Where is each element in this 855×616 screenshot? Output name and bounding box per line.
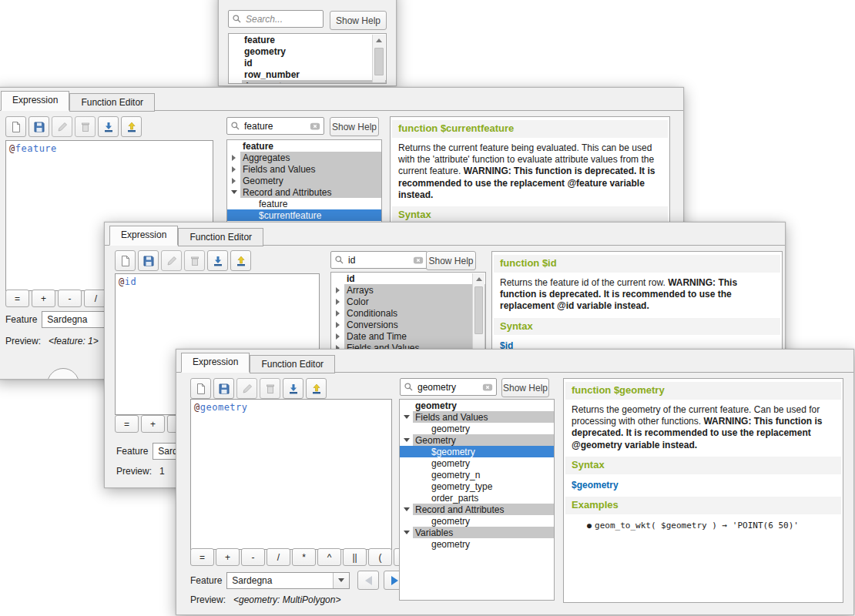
- list-item[interactable]: order_parts: [400, 492, 554, 504]
- scroll-thumb[interactable]: [474, 286, 483, 334]
- list-group[interactable]: Geometry: [227, 175, 381, 186]
- edit-expression-button[interactable]: [236, 378, 257, 399]
- list-group[interactable]: Fields and Values: [227, 163, 381, 175]
- import-expressions-button[interactable]: [283, 378, 303, 399]
- clear-search-icon[interactable]: [482, 382, 493, 393]
- search-icon: [232, 14, 242, 24]
- chevron-right-icon: [232, 166, 236, 172]
- delete-expression-button[interactable]: [184, 250, 205, 271]
- op-multiply-button[interactable]: *: [292, 548, 316, 566]
- save-expression-button[interactable]: [138, 250, 159, 271]
- scroll-up-icon[interactable]: [473, 273, 484, 285]
- help-circle-button[interactable]: [47, 368, 79, 380]
- list-group[interactable]: Record and Attributes: [227, 186, 381, 198]
- search-input[interactable]: [242, 14, 320, 25]
- list-item[interactable]: id: [331, 273, 485, 284]
- tab-expression[interactable]: Expression: [109, 226, 178, 246]
- new-expression-button[interactable]: [190, 378, 211, 399]
- search-input[interactable]: [240, 121, 310, 132]
- tab-function-editor[interactable]: Function Editor: [250, 355, 335, 373]
- list-item[interactable]: geometry_n: [400, 469, 554, 480]
- list-group[interactable]: Color: [331, 296, 485, 307]
- feature-combobox[interactable]: Sardegna: [226, 572, 350, 589]
- list-group[interactable]: Geometry: [400, 434, 554, 446]
- list-item[interactable]: geometry: [229, 45, 386, 57]
- import-expressions-button[interactable]: [98, 116, 119, 137]
- show-help-button[interactable]: Show Help: [330, 117, 379, 136]
- chevron-down-icon: [231, 190, 237, 194]
- tab-function-editor[interactable]: Function Editor: [69, 93, 155, 112]
- arrow-up-icon: [126, 121, 138, 133]
- function-list[interactable]: feature geometry id row_number Aggregate…: [228, 33, 387, 84]
- op-minus-button[interactable]: -: [241, 548, 265, 566]
- op-plus-button[interactable]: +: [141, 415, 165, 433]
- list-item[interactable]: feature: [227, 140, 381, 152]
- list-group[interactable]: Fields and Values: [400, 411, 554, 423]
- op-plus-button[interactable]: +: [32, 290, 55, 307]
- list-item[interactable]: geometry: [400, 515, 554, 527]
- search-input-box[interactable]: [330, 251, 428, 269]
- list-group[interactable]: Conditionals: [331, 307, 485, 319]
- op-equals-button[interactable]: =: [115, 415, 139, 433]
- search-input[interactable]: [414, 382, 482, 393]
- clear-search-icon[interactable]: [310, 121, 320, 132]
- list-item[interactable]: geometry: [400, 400, 554, 411]
- expression-editor[interactable]: @geometry: [190, 399, 392, 550]
- list-group[interactable]: Aggregates: [227, 152, 381, 163]
- op-power-button[interactable]: ^: [317, 548, 341, 566]
- show-help-button[interactable]: Show Help: [330, 11, 387, 30]
- export-expressions-button[interactable]: [121, 116, 142, 137]
- list-item[interactable]: feature: [227, 198, 381, 209]
- op-concat-button[interactable]: ||: [343, 548, 367, 566]
- save-expression-button[interactable]: [213, 378, 234, 399]
- delete-expression-button[interactable]: [75, 116, 96, 137]
- op-plus-button[interactable]: +: [216, 548, 240, 566]
- delete-expression-button[interactable]: [260, 378, 280, 399]
- show-help-button[interactable]: Show Help: [426, 251, 476, 270]
- export-expressions-button[interactable]: [306, 378, 327, 399]
- search-input-box[interactable]: [226, 117, 324, 135]
- previous-feature-button[interactable]: [357, 571, 379, 590]
- list-item[interactable]: geometry: [400, 457, 554, 469]
- op-equals-button[interactable]: =: [190, 548, 214, 566]
- list-group[interactable]: Arrays: [331, 284, 485, 296]
- export-expressions-button[interactable]: [230, 250, 251, 271]
- function-title: function $geometry: [565, 382, 841, 400]
- function-description: Returns the current feature being evalua…: [391, 138, 669, 203]
- tab-function-editor[interactable]: Function Editor: [178, 228, 263, 246]
- op-equals-button[interactable]: =: [5, 290, 29, 307]
- list-item[interactable]: id: [229, 57, 386, 69]
- list-item[interactable]: geometry: [400, 423, 554, 434]
- list-group[interactable]: Variables: [400, 527, 554, 538]
- list-item[interactable]: geometry: [400, 538, 554, 550]
- list-group[interactable]: Record and Attributes: [400, 504, 554, 515]
- import-expressions-button[interactable]: [207, 250, 228, 271]
- new-expression-button[interactable]: [5, 116, 26, 137]
- scrollbar[interactable]: [372, 35, 385, 82]
- list-item-selected[interactable]: $currentfeature: [227, 209, 381, 221]
- function-tree[interactable]: geometry Fields and Values geometry Geom…: [399, 399, 555, 601]
- search-input[interactable]: [344, 255, 413, 266]
- op-open-paren-button[interactable]: (: [368, 548, 392, 566]
- list-group[interactable]: Date and Time: [331, 330, 485, 342]
- search-input-box[interactable]: [228, 10, 324, 28]
- scroll-up-icon[interactable]: [373, 35, 384, 46]
- edit-expression-button[interactable]: [52, 116, 72, 137]
- tab-expression[interactable]: Expression: [181, 353, 250, 373]
- list-item-selected[interactable]: $geometry: [400, 446, 554, 457]
- list-group[interactable]: Conversions: [331, 319, 485, 330]
- show-help-button[interactable]: Show Help: [501, 378, 549, 397]
- op-divide-button[interactable]: /: [267, 548, 290, 566]
- edit-expression-button[interactable]: [161, 250, 182, 271]
- scroll-thumb[interactable]: [374, 48, 384, 75]
- list-item[interactable]: row_number: [229, 69, 386, 80]
- op-minus-button[interactable]: -: [58, 290, 82, 307]
- new-expression-button[interactable]: [115, 250, 136, 271]
- save-expression-button[interactable]: [28, 116, 49, 137]
- clear-search-icon[interactable]: [413, 255, 424, 266]
- list-item[interactable]: geometry_type: [400, 480, 554, 492]
- list-group[interactable]: Aggregates: [229, 80, 386, 84]
- search-input-box[interactable]: [400, 378, 497, 396]
- list-item[interactable]: feature: [229, 34, 386, 45]
- tab-expression[interactable]: Expression: [1, 91, 69, 111]
